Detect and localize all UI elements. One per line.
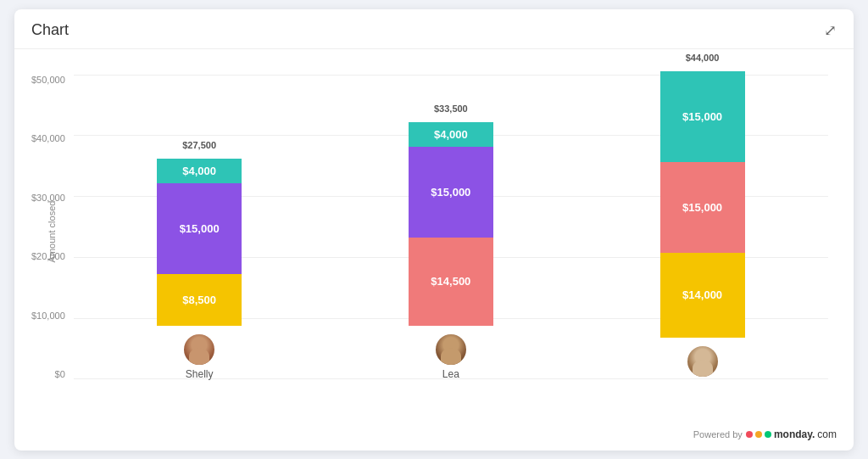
bar-total-label: $33,500: [434, 104, 468, 114]
monday-brand-suffix: com: [817, 428, 837, 440]
bar-person: [687, 346, 718, 380]
avatar: [184, 334, 214, 365]
chart-title: Chart: [31, 21, 69, 39]
person-name: Shelly: [186, 368, 214, 380]
monday-brand: monday.: [774, 428, 815, 440]
avatar: [687, 346, 718, 377]
bar-segment: $15,000: [660, 71, 745, 162]
bar-person: Lea: [436, 334, 466, 380]
footer: Powered by monday. com: [693, 428, 837, 440]
chart-header: Chart ⤢: [14, 9, 854, 49]
y-axis-title: Amount closed: [47, 200, 57, 262]
y-label: $40,000: [31, 133, 65, 143]
bar-segment: $15,000: [660, 162, 745, 253]
bar-segment: $14,500: [409, 238, 493, 326]
monday-logo: monday. com: [746, 428, 837, 440]
y-label: $10,000: [31, 311, 65, 321]
bar-segment: $15,000: [157, 183, 242, 274]
bar-person: Shelly: [184, 334, 214, 380]
y-label: $50,000: [31, 75, 65, 85]
chart-area: $27,500$8,500$15,000$4,000Shelly$33,500$…: [74, 66, 828, 389]
avatar: [436, 334, 466, 365]
bar-group: $27,500$8,500$15,000$4,000Shelly: [157, 159, 242, 380]
bar-segment: $14,000: [660, 253, 745, 338]
bar-wrapper: $33,500$14,500$15,000$4,000: [409, 122, 493, 326]
monday-dot-green: [765, 431, 771, 438]
bar-group: $44,000$14,000$15,000$15,000: [660, 71, 745, 380]
bar-total-label: $27,500: [182, 140, 216, 150]
bar-segment: $4,000: [157, 159, 242, 183]
bars-row: $27,500$8,500$15,000$4,000Shelly$33,500$…: [74, 75, 828, 380]
powered-by-text: Powered by: [693, 429, 743, 439]
monday-dot-red: [746, 431, 753, 438]
bar-segment: $15,000: [409, 147, 493, 238]
bar-segment: $8,500: [157, 274, 242, 326]
bar-wrapper: $44,000$14,000$15,000$15,000: [660, 71, 745, 338]
bar-segment: $4,000: [409, 122, 493, 147]
chart-body: Amount closed $50,000$40,000$30,000$20,0…: [14, 49, 854, 414]
y-label: $0: [55, 369, 65, 379]
bar-total-label: $44,000: [686, 53, 720, 63]
bar-group: $33,500$14,500$15,000$4,000Lea: [409, 122, 493, 380]
person-name: Lea: [442, 368, 459, 380]
bar-wrapper: $27,500$8,500$15,000$4,000: [157, 159, 242, 326]
monday-dot-orange: [755, 431, 762, 438]
chart-container: Chart ⤢ Amount closed $50,000$40,000$30,…: [14, 9, 854, 451]
expand-icon[interactable]: ⤢: [824, 21, 837, 40]
